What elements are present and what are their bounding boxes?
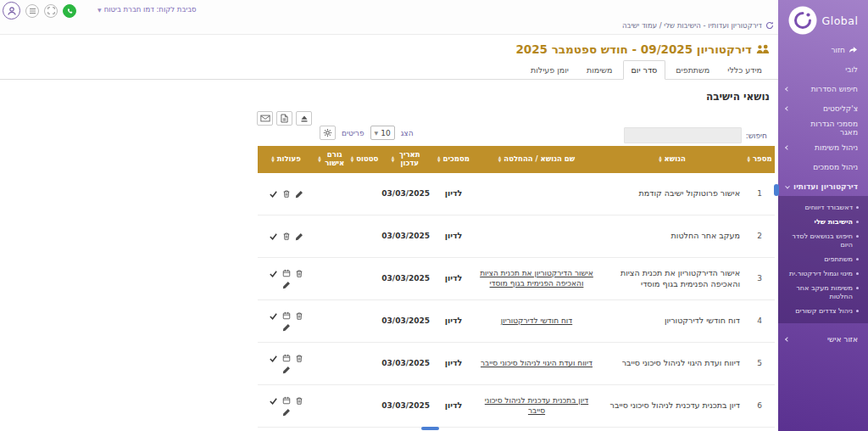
- column-header-0[interactable]: מספר▲▼: [744, 146, 775, 173]
- trash-icon[interactable]: [295, 311, 303, 321]
- client-environment-selector[interactable]: סביבת לקוח: דמו חברת ביטוח ▼: [97, 5, 197, 14]
- check-icon[interactable]: [269, 311, 278, 321]
- calendar-icon[interactable]: [282, 311, 291, 320]
- pencil-icon[interactable]: [282, 408, 291, 417]
- sidebar-subitem-0[interactable]: דאשבורד דיווחים: [778, 200, 868, 215]
- column-header-4[interactable]: תאריך עדכון▲▼: [380, 146, 434, 173]
- user-avatar-icon[interactable]: [3, 2, 20, 20]
- approver-cell: [314, 216, 349, 258]
- search-label: חיפוש:: [746, 132, 767, 140]
- pencil-icon[interactable]: [282, 281, 291, 289]
- decision-link[interactable]: דיווח ועדת היגוי לניהול סיכוני סייבר: [481, 359, 593, 367]
- row-number: 6: [744, 385, 775, 428]
- sidebar-subitem-6[interactable]: ניהול צדדים קשורים: [778, 304, 868, 318]
- sidebar-subitem-2[interactable]: חיפוש בנושאים לסדר היום: [778, 229, 868, 252]
- trash-icon[interactable]: [282, 189, 291, 199]
- sidebar-item-0[interactable]: חזור: [778, 40, 868, 59]
- sidebar-subitem-5[interactable]: משימות מעקב אחר החלטות: [778, 281, 868, 304]
- search-input[interactable]: [624, 127, 742, 143]
- column-header-5[interactable]: סטטוס▲▼: [349, 146, 380, 173]
- trash-icon[interactable]: [282, 232, 291, 241]
- pencil-icon[interactable]: [282, 323, 291, 332]
- subject-cell: דיון בתכנית עדכנית לניהול סיכוני סייבר: [600, 385, 744, 428]
- calendar-icon[interactable]: [282, 269, 291, 277]
- tab-3[interactable]: משימות: [579, 61, 620, 79]
- bullet-dot-icon: [856, 272, 859, 275]
- sort-icon[interactable]: ▲▼: [392, 156, 394, 163]
- check-icon[interactable]: [269, 189, 278, 199]
- vertical-scrollbar-thumb[interactable]: [774, 184, 779, 196]
- tab-2[interactable]: סדר יום: [623, 60, 666, 80]
- sort-icon[interactable]: ▲▼: [351, 156, 353, 163]
- documents-link[interactable]: לדיון: [445, 273, 463, 283]
- sidebar-item-5[interactable]: ניהול משימות: [778, 137, 868, 157]
- sidebar-item-1[interactable]: לובי: [778, 59, 868, 79]
- check-icon[interactable]: [269, 396, 278, 406]
- column-header-1[interactable]: הנושא▲▼: [600, 146, 744, 173]
- horizontal-scrollbar-thumb[interactable]: [421, 427, 439, 430]
- sidebar-item-2[interactable]: חיפוש הסדרות: [778, 79, 868, 98]
- sort-icon[interactable]: ▲▼: [318, 156, 320, 163]
- document-icon[interactable]: [276, 111, 292, 126]
- sidebar-subitem-1[interactable]: הישיבות שלי: [778, 215, 868, 229]
- sidebar-item-3[interactable]: צ'קליסטים: [778, 98, 868, 118]
- chevron-down-icon: ▼: [97, 7, 102, 13]
- column-header-6[interactable]: גורם אישור▲▼: [314, 146, 349, 173]
- actions-cell: [258, 385, 314, 428]
- sort-icon[interactable]: ▲▼: [659, 156, 661, 163]
- export-icon[interactable]: [296, 111, 312, 126]
- trash-icon[interactable]: [295, 354, 303, 363]
- status-cell: [349, 428, 380, 431]
- documents-link[interactable]: לדיון: [445, 358, 463, 367]
- decision-link[interactable]: דוח חודשי לדירקטוריון: [501, 316, 572, 325]
- documents-link[interactable]: לדיון: [445, 231, 463, 240]
- refresh-icon[interactable]: [765, 21, 774, 30]
- row-number: 4: [744, 300, 775, 343]
- calendar-icon[interactable]: [282, 396, 291, 405]
- sidebar-subitem-3[interactable]: משתתפים: [778, 252, 868, 266]
- check-icon[interactable]: [269, 354, 278, 363]
- check-icon[interactable]: [269, 269, 278, 278]
- column-header-2[interactable]: שם הנושא / ההחלטה▲▼: [473, 146, 600, 173]
- sidebar-item-7[interactable]: דירקטוריון ועדותיו: [778, 176, 868, 196]
- tab-1[interactable]: משתתפים: [668, 61, 717, 79]
- sort-icon[interactable]: ▲▼: [747, 156, 749, 163]
- sort-icon[interactable]: ▲▼: [271, 156, 274, 163]
- pencil-icon[interactable]: [295, 232, 303, 241]
- column-header-3[interactable]: מסמכים▲▼: [434, 146, 473, 173]
- menu-icon[interactable]: [25, 4, 39, 18]
- documents-link[interactable]: לדיון: [445, 188, 463, 198]
- decision-cell: [473, 173, 600, 216]
- check-icon[interactable]: [269, 232, 278, 241]
- decision-cell: דיון בתכנית עדכנית לניהול סיכוני סייבר: [473, 385, 600, 428]
- row-number: 3: [744, 258, 775, 300]
- gear-icon[interactable]: [320, 126, 336, 140]
- page-size-select[interactable]: ▼ 10: [370, 126, 395, 140]
- trash-icon[interactable]: [295, 269, 303, 278]
- trash-icon[interactable]: [295, 396, 303, 406]
- documents-cell: לדיון: [434, 428, 473, 431]
- tab-0[interactable]: מידע כללי: [720, 61, 770, 79]
- sidebar-item-4[interactable]: מסמכי הגדרות מאגר: [778, 118, 868, 137]
- documents-link[interactable]: לדיון: [445, 316, 463, 325]
- brand: Global: [778, 0, 868, 40]
- whatsapp-icon[interactable]: [63, 4, 76, 18]
- subject-cell: הצגת מסקנות בחינת מסגרת העבודה הכללית וה…: [600, 428, 744, 431]
- pencil-icon[interactable]: [295, 190, 303, 199]
- calendar-icon[interactable]: [282, 354, 291, 362]
- documents-link[interactable]: לדיון: [445, 400, 463, 410]
- sidebar-item-6[interactable]: ניהול מסמכים: [778, 157, 868, 176]
- email-icon[interactable]: [257, 111, 273, 126]
- tab-4[interactable]: יומן פעילות: [523, 61, 576, 79]
- sidebar-subitem-label: ניהול צדדים קשורים: [795, 307, 853, 316]
- pencil-icon[interactable]: [282, 366, 291, 374]
- chevron-down-icon: ▼: [375, 130, 379, 136]
- column-header-7[interactable]: פעולות▲▼: [258, 146, 314, 173]
- fullscreen-icon[interactable]: [44, 4, 58, 18]
- sort-icon[interactable]: ▲▼: [437, 156, 440, 163]
- decision-link[interactable]: אישור הדירקטוריון את תכנית הציות והאכיפה…: [480, 269, 593, 288]
- sidebar-subitem-4[interactable]: מינוי וגמול דירקטור.ית: [778, 266, 868, 281]
- sort-icon[interactable]: ▲▼: [498, 156, 501, 163]
- sidebar-item-personal-area[interactable]: אזור אישי: [778, 329, 868, 349]
- decision-link[interactable]: דיון בתכנית עדכנית לניהול סיכוני סייבר: [485, 396, 588, 415]
